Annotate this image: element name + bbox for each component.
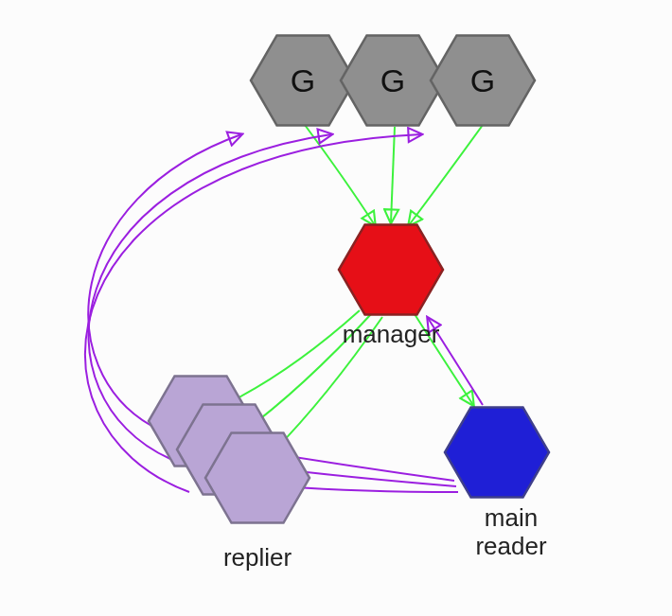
hex-shape xyxy=(445,407,549,497)
node-g1: G xyxy=(251,35,355,125)
edge-g3-manager xyxy=(409,125,483,225)
main-reader-label-2: reader xyxy=(475,532,546,560)
g2-label: G xyxy=(380,62,405,98)
node-g2: G xyxy=(341,35,445,125)
node-manager xyxy=(339,224,443,314)
edge-g2-manager xyxy=(391,127,395,222)
node-g3: G xyxy=(431,35,535,125)
hex-shape xyxy=(339,224,443,314)
g1-label: G xyxy=(291,62,315,98)
edge-mainreader-replier3 xyxy=(284,486,458,492)
node-main-reader xyxy=(445,407,549,497)
replier-label: replier xyxy=(223,543,292,572)
g3-label: G xyxy=(470,62,495,98)
main-reader-label-1: main xyxy=(485,503,538,532)
manager-label: manager xyxy=(343,320,440,348)
